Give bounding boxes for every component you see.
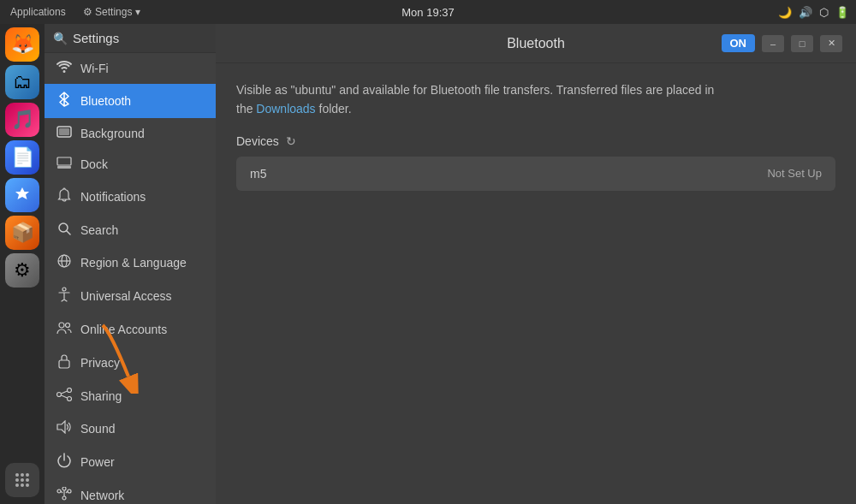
svg-point-1 [21, 473, 24, 477]
sidebar-item-label-network: Network [80, 489, 124, 502]
region-icon [56, 254, 72, 271]
svg-rect-10 [59, 128, 69, 135]
dock-installer[interactable]: 📦 [5, 216, 39, 250]
svg-point-2 [26, 473, 29, 477]
sidebar-item-sharing[interactable]: Sharing [45, 380, 216, 412]
settings-sidebar: 🔍 Settings Wi-Fi Bluetooth [45, 24, 216, 504]
power-icon [56, 453, 72, 471]
sidebar-item-label-universal: Universal Access [80, 289, 172, 303]
device-name: m5 [250, 167, 266, 181]
dock-music[interactable]: 🎵 [5, 103, 39, 137]
online-accounts-icon [56, 321, 72, 338]
content-header: Bluetooth ON – □ ✕ [216, 24, 856, 63]
svg-line-14 [67, 231, 70, 234]
sidebar-item-label-notifications: Notifications [80, 190, 146, 204]
show-applications-button[interactable] [5, 463, 39, 497]
svg-point-3 [15, 478, 19, 482]
sidebar-search-header: 🔍 Settings [45, 24, 216, 53]
topbar-left: Applications ⚙ Settings ▾ [7, 4, 144, 20]
sharing-icon [56, 388, 72, 405]
svg-point-22 [57, 393, 62, 397]
main-window: 🦊 🗂 🎵 📄 📦 ⚙ 🔍 [0, 24, 856, 504]
svg-point-31 [62, 487, 66, 490]
bluetooth-icon [56, 92, 72, 110]
svg-line-33 [61, 491, 62, 493]
sidebar-item-label-privacy: Privacy [80, 356, 120, 370]
topbar: Applications ⚙ Settings ▾ Mon 19:37 🌙 🔊 … [0, 0, 856, 24]
description-text-after: folder. [316, 102, 352, 116]
network-icon [56, 487, 72, 504]
bell-icon [56, 187, 72, 206]
svg-point-4 [21, 478, 24, 482]
minimize-button[interactable]: – [762, 35, 784, 52]
sidebar-item-dock[interactable]: Dock [45, 149, 216, 180]
dock-settings[interactable]: ⚙ [5, 253, 39, 288]
svg-point-28 [62, 496, 66, 500]
sidebar-item-label-search: Search [80, 223, 118, 237]
svg-rect-21 [59, 360, 69, 368]
sidebar-item-universal-access[interactable]: Universal Access [45, 279, 216, 313]
svg-marker-27 [57, 421, 65, 433]
devices-header: Devices ↻ [236, 134, 835, 148]
wifi-icon [56, 61, 72, 76]
sound-icon [56, 420, 72, 437]
universal-access-icon [56, 287, 72, 305]
svg-point-18 [62, 288, 66, 291]
svg-point-6 [15, 483, 19, 487]
sidebar-item-privacy[interactable]: Privacy [45, 346, 216, 380]
privacy-icon [56, 353, 72, 372]
settings-content: Bluetooth ON – □ ✕ Visible as "ubuntu" a… [216, 24, 856, 504]
content-title: Bluetooth [507, 36, 565, 51]
settings-menu[interactable]: ⚙ Settings ▾ [80, 4, 144, 20]
background-icon [56, 126, 72, 141]
sidebar-item-label-sound: Sound [80, 422, 115, 436]
audio-icon[interactable]: 🔊 [799, 6, 812, 19]
bluetooth-description: Visible as "ubuntu" and available for Bl… [236, 80, 733, 119]
sidebar-item-power[interactable]: Power [45, 445, 216, 479]
sidebar-title: Settings [73, 31, 119, 45]
svg-line-26 [62, 395, 68, 398]
sidebar-item-wifi[interactable]: Wi-Fi [45, 53, 216, 84]
svg-point-20 [66, 323, 70, 328]
svg-rect-12 [57, 166, 71, 169]
sidebar-item-label-online-accounts: Online Accounts [80, 323, 167, 336]
sidebar-item-label-wifi: Wi-Fi [80, 62, 109, 75]
loading-spinner: ↻ [286, 134, 296, 148]
maximize-button[interactable]: □ [791, 35, 813, 52]
dock-files[interactable]: 🗂 [5, 65, 39, 99]
sidebar-item-label-bluetooth: Bluetooth [80, 94, 131, 108]
topbar-right: 🌙 🔊 ⬡ 🔋 [778, 6, 849, 19]
svg-line-34 [66, 491, 68, 493]
dock-firefox[interactable]: 🦊 [5, 27, 39, 62]
dock-pages[interactable]: 📄 [5, 140, 39, 175]
sidebar-item-region[interactable]: Region & Language [45, 246, 216, 279]
device-list-item[interactable]: m5 Not Set Up [236, 157, 835, 191]
svg-point-30 [68, 489, 71, 493]
svg-point-19 [59, 323, 64, 328]
sidebar-item-bluetooth[interactable]: Bluetooth [45, 84, 216, 118]
sidebar-item-search[interactable]: Search [45, 214, 216, 246]
sidebar-item-label-power: Power [80, 455, 115, 469]
sidebar-item-notifications[interactable]: Notifications [45, 180, 216, 214]
sidebar-item-background[interactable]: Background [45, 118, 216, 149]
svg-point-29 [57, 489, 61, 493]
search-sidebar-icon [56, 222, 72, 239]
svg-point-24 [68, 397, 72, 401]
sidebar-item-label-background: Background [80, 127, 145, 140]
dock-icon-sidebar [56, 157, 72, 172]
svg-point-8 [26, 483, 29, 487]
sidebar-item-sound[interactable]: Sound [45, 412, 216, 445]
downloads-link[interactable]: Downloads [256, 102, 315, 116]
close-button[interactable]: ✕ [820, 35, 842, 52]
dock-appstore[interactable] [5, 178, 39, 212]
moon-icon: 🌙 [778, 6, 792, 19]
svg-rect-11 [57, 157, 71, 165]
applications-menu[interactable]: Applications [7, 4, 69, 20]
bluetooth-toggle[interactable]: ON [722, 34, 756, 52]
sidebar-item-network[interactable]: Network [45, 479, 216, 504]
svg-point-5 [26, 478, 29, 482]
sidebar-item-label-region: Region & Language [80, 256, 187, 270]
devices-label: Devices [236, 134, 279, 148]
sidebar-item-online-accounts[interactable]: Online Accounts [45, 313, 216, 346]
svg-point-0 [15, 473, 19, 477]
